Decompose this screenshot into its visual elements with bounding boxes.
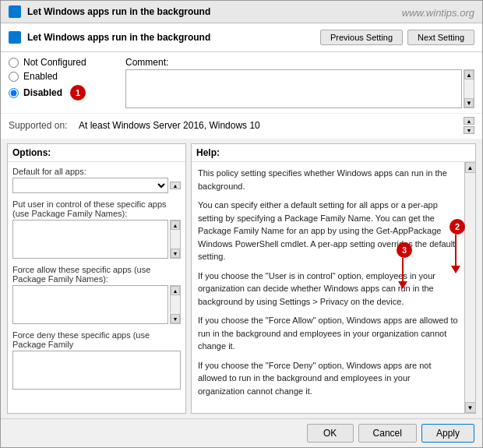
comment-scroll-up[interactable]: ▲ bbox=[464, 70, 474, 79]
supported-label: Supported on: bbox=[9, 120, 79, 131]
force-allow-group: Put user in control of these specific ap… bbox=[12, 199, 181, 259]
footer: OK Cancel Apply bbox=[1, 418, 482, 447]
next-setting-button[interactable]: Next Setting bbox=[407, 30, 474, 45]
supported-scroll-up[interactable]: ▲ bbox=[464, 117, 474, 125]
default-apps-label: Default for all apps: bbox=[12, 167, 181, 176]
enabled-option[interactable]: Enabled bbox=[9, 71, 118, 82]
comment-scrollbar: ▲ ▼ bbox=[464, 69, 474, 108]
default-apps-group: Default for all apps: ▲ bbox=[12, 167, 181, 193]
comment-column: Comment: ▲ ▼ bbox=[118, 57, 474, 108]
header-subtitle: Let Windows apps run in the background bbox=[27, 32, 210, 43]
comment-textarea[interactable] bbox=[125, 69, 462, 108]
disabled-radio[interactable] bbox=[9, 88, 19, 98]
force-deny-pair: ▲ ▼ bbox=[12, 285, 181, 324]
help-scroll-down[interactable]: ▼ bbox=[465, 402, 476, 413]
not-configured-label: Not Configured bbox=[23, 57, 86, 68]
enabled-radio[interactable] bbox=[9, 72, 19, 82]
default-scroll-up[interactable]: ▲ bbox=[170, 182, 181, 189]
prev-setting-button[interactable]: Previous Setting bbox=[320, 30, 403, 45]
options-panel: Options: Default for all apps: ▲ Put use… bbox=[7, 143, 186, 414]
main-panels: Options: Default for all apps: ▲ Put use… bbox=[1, 139, 482, 418]
help-header: Help: bbox=[192, 144, 475, 162]
options-header: Options: bbox=[8, 144, 185, 162]
help-scrollbar: ▲ ▼ bbox=[464, 162, 475, 413]
help-scroll-up[interactable]: ▲ bbox=[465, 162, 476, 173]
force-deny-label: Force allow these specific apps (use Pac… bbox=[12, 265, 181, 284]
cancel-button[interactable]: Cancel bbox=[358, 424, 417, 443]
force-deny-scroll-up[interactable]: ▲ bbox=[171, 286, 180, 295]
supported-section: Supported on: At least Windows Server 20… bbox=[1, 113, 482, 139]
header-buttons: Previous Setting Next Setting bbox=[320, 30, 474, 45]
header-left: Let Windows apps run in the background bbox=[9, 31, 210, 44]
title-bar: Let Windows apps run in the background bbox=[1, 1, 482, 23]
force-deny2-group: Force deny these specific apps (use Pack… bbox=[12, 330, 181, 390]
ok-button[interactable]: OK bbox=[307, 424, 354, 443]
force-allow-listbox[interactable] bbox=[12, 220, 168, 259]
force-allow-scroll-down[interactable]: ▼ bbox=[171, 249, 180, 258]
not-configured-option[interactable]: Not Configured bbox=[9, 57, 118, 68]
disabled-label: Disabled bbox=[23, 87, 62, 98]
options-content: Default for all apps: ▲ Put user in cont… bbox=[8, 162, 185, 413]
help-panel: Help: This policy setting specifies whet… bbox=[191, 143, 476, 414]
force-deny2-pair bbox=[12, 351, 181, 390]
supported-scrollbars: ▲ ▼ bbox=[464, 117, 474, 134]
header-section: Let Windows apps run in the background P… bbox=[1, 23, 482, 52]
force-allow-scroll-up[interactable]: ▲ bbox=[171, 220, 180, 230]
dialog-title: Let Windows apps run in the background bbox=[27, 6, 210, 17]
comment-label: Comment: bbox=[125, 57, 474, 68]
force-allow-pair: ▲ ▼ bbox=[12, 220, 181, 259]
default-apps-row: ▲ bbox=[12, 178, 181, 193]
help-content: This policy setting specifies whether Wi… bbox=[192, 162, 464, 413]
apply-button[interactable]: Apply bbox=[421, 424, 474, 443]
comment-scroll-down[interactable]: ▼ bbox=[464, 98, 474, 108]
supported-value: At least Windows Server 2016, Windows 10 bbox=[79, 120, 260, 131]
title-icon bbox=[9, 5, 21, 18]
force-allow-scrollbar: ▲ ▼ bbox=[170, 220, 181, 259]
force-deny2-label: Force deny these specific apps (use Pack… bbox=[12, 330, 181, 349]
enabled-label: Enabled bbox=[23, 71, 58, 82]
disabled-option[interactable]: Disabled 1 bbox=[9, 85, 118, 101]
header-icon bbox=[9, 31, 21, 44]
supported-scroll-down[interactable]: ▼ bbox=[464, 126, 474, 134]
dialog: Let Windows apps run in the background L… bbox=[0, 0, 483, 448]
comment-area: ▲ ▼ bbox=[125, 69, 474, 108]
badge-1: 1 bbox=[70, 85, 86, 101]
force-deny-scrollbar: ▲ ▼ bbox=[170, 285, 181, 324]
force-deny-listbox[interactable] bbox=[12, 285, 168, 324]
force-allow-label: Put user in control of these specific ap… bbox=[12, 199, 181, 218]
not-configured-radio[interactable] bbox=[9, 58, 19, 68]
force-deny2-listbox[interactable] bbox=[12, 351, 181, 390]
force-deny-scroll-down[interactable]: ▼ bbox=[171, 314, 180, 323]
default-apps-select[interactable] bbox=[12, 178, 168, 193]
radio-section: Not Configured Enabled Disabled 1 Commen… bbox=[1, 52, 482, 113]
help-content-wrapper: This policy setting specifies whether Wi… bbox=[192, 162, 475, 413]
radio-column: Not Configured Enabled Disabled 1 bbox=[9, 57, 118, 101]
force-deny-group: Force allow these specific apps (use Pac… bbox=[12, 265, 181, 324]
